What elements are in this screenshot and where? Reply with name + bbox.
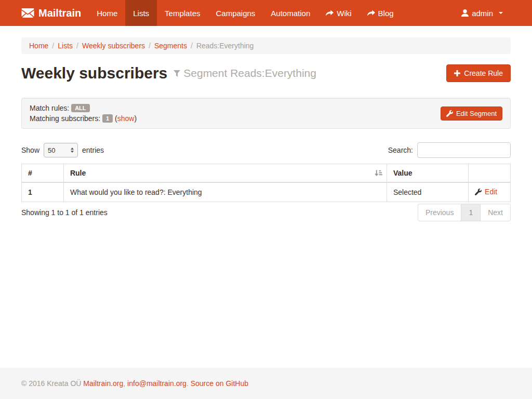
nav-item-campaigns[interactable]: Campaigns xyxy=(208,0,263,26)
page-size-select[interactable]: 50 xyxy=(44,143,78,157)
table-row: 1 What would you like to read?: Everythi… xyxy=(22,182,511,202)
caret-down-icon xyxy=(499,12,503,14)
nav-item-templates[interactable]: Templates xyxy=(157,0,208,26)
nav-item-lists[interactable]: Lists xyxy=(125,0,157,26)
cell-action: Edit xyxy=(469,182,511,202)
share-arrow-icon xyxy=(326,10,334,16)
table-controls: Show 50 entries Search: xyxy=(21,142,511,158)
cell-index: 1 xyxy=(22,182,64,202)
email-link[interactable]: info@mailtrain.org xyxy=(127,379,187,388)
pagination-page-1[interactable]: 1 xyxy=(461,204,481,221)
sort-icon xyxy=(375,169,382,177)
github-link[interactable]: Source on GitHub xyxy=(191,379,248,388)
breadcrumb-weekly-subscribers[interactable]: Weekly subscribers xyxy=(82,42,145,50)
pagination-previous[interactable]: Previous xyxy=(418,204,461,221)
rules-table: # Rule Value 1 What would you like to re… xyxy=(21,164,511,202)
nav-item-blog[interactable]: Blog xyxy=(360,0,402,26)
match-rules-badge: ALL xyxy=(71,104,89,112)
subscriber-count-badge: 1 xyxy=(102,114,113,123)
show-label: Show xyxy=(21,146,39,154)
segment-panel-info: Match rules: ALL Matching subscribers: 1… xyxy=(30,103,137,124)
plus-icon xyxy=(454,70,460,76)
copyright-text: © 2016 Kreata OÜ xyxy=(21,379,81,388)
page-title: Weekly subscribers Segment Reads:Everyth… xyxy=(21,64,316,82)
matching-subscribers-line: Matching subscribers: 1 (show) xyxy=(30,113,137,124)
pagination-next[interactable]: Next xyxy=(480,204,511,221)
edit-rule-link[interactable]: Edit xyxy=(475,188,497,196)
cell-value: Selected xyxy=(387,182,468,202)
pagination: Previous 1 Next xyxy=(418,204,511,221)
column-header-index[interactable]: # xyxy=(22,164,64,183)
brand[interactable]: Mailtrain xyxy=(21,0,89,26)
page-subtitle: Segment Reads:Everything xyxy=(174,67,316,79)
user-icon xyxy=(461,9,469,17)
envelope-icon xyxy=(21,8,34,18)
main-content: Home/Lists/Weekly subscribers/Segments/R… xyxy=(0,26,532,368)
breadcrumb-current: Reads:Everything xyxy=(196,42,254,50)
show-subscribers-link[interactable]: show xyxy=(117,114,135,123)
edit-segment-button[interactable]: Edit Segment xyxy=(441,107,502,121)
mailtrain-org-link[interactable]: Mailtrain.org xyxy=(83,379,123,388)
column-header-value[interactable]: Value xyxy=(387,164,468,183)
user-menu[interactable]: admin xyxy=(454,0,511,26)
select-spinner-icon xyxy=(71,148,74,153)
brand-label: Mailtrain xyxy=(38,7,81,19)
breadcrumb-home[interactable]: Home xyxy=(29,42,48,50)
breadcrumb: Home/Lists/Weekly subscribers/Segments/R… xyxy=(21,37,511,54)
page-footer: © 2016 Kreata OÜ Mailtrain.org, info@mai… xyxy=(0,368,532,399)
navbar: Mailtrain Home Lists Templates Campaigns… xyxy=(0,0,532,26)
nav-item-home[interactable]: Home xyxy=(89,0,125,26)
column-header-action xyxy=(469,164,511,183)
table-footer: Showing 1 to 1 of 1 entries Previous 1 N… xyxy=(21,204,511,221)
nav-item-wiki[interactable]: Wiki xyxy=(318,0,359,26)
match-rules-line: Match rules: ALL xyxy=(30,103,137,113)
wrench-icon xyxy=(446,110,453,117)
entries-label: entries xyxy=(82,146,104,154)
nav-item-automation[interactable]: Automation xyxy=(263,0,318,26)
breadcrumb-lists[interactable]: Lists xyxy=(58,42,73,50)
cell-rule: What would you like to read?: Everything xyxy=(63,182,387,202)
create-rule-button[interactable]: Create Rule xyxy=(446,64,511,82)
wrench-icon xyxy=(475,189,482,195)
search-input[interactable] xyxy=(417,142,511,158)
table-header-row: # Rule Value xyxy=(22,164,511,183)
search-label: Search: xyxy=(388,146,413,154)
share-arrow-icon xyxy=(367,10,375,16)
column-header-rule[interactable]: Rule xyxy=(63,164,387,183)
entries-info: Showing 1 to 1 of 1 entries xyxy=(21,208,108,217)
segment-panel: Match rules: ALL Matching subscribers: 1… xyxy=(21,98,511,129)
user-label: admin xyxy=(472,9,493,18)
filter-icon xyxy=(174,70,180,77)
page-header: Weekly subscribers Segment Reads:Everyth… xyxy=(21,64,511,82)
breadcrumb-segments[interactable]: Segments xyxy=(154,42,187,50)
